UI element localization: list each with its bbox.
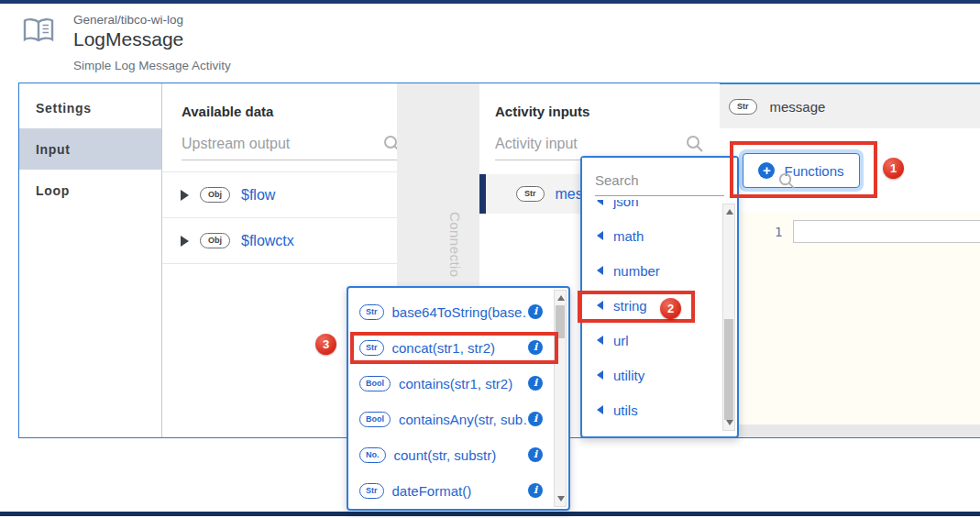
window-top-border bbox=[0, 0, 980, 4]
tree-item-label[interactable]: $flowctx bbox=[241, 233, 294, 249]
upstream-search-input[interactable] bbox=[182, 136, 382, 152]
tab-settings[interactable]: Settings bbox=[19, 87, 161, 128]
category-item-json[interactable]: json bbox=[582, 200, 722, 218]
category-item-utils[interactable]: utils bbox=[582, 392, 722, 427]
collapse-icon bbox=[597, 200, 603, 205]
type-badge: Str bbox=[516, 186, 545, 202]
function-item-base64tostring[interactable]: Str base64ToString(base… i bbox=[348, 294, 568, 330]
type-badge: Obj bbox=[200, 233, 230, 248]
expression-field-name: message bbox=[770, 99, 826, 115]
tab-input[interactable]: Input bbox=[19, 128, 161, 170]
dropdown-search[interactable] bbox=[582, 158, 737, 200]
return-type-badge: Bool bbox=[359, 376, 391, 391]
type-badge: Str bbox=[729, 99, 757, 115]
info-icon[interactable]: i bbox=[528, 376, 543, 391]
info-icon[interactable]: i bbox=[528, 304, 543, 319]
tab-loop-label: Loop bbox=[36, 183, 70, 198]
page-subtitle: Simple Log Message Activity bbox=[73, 59, 231, 72]
page-title: LogMessage bbox=[73, 28, 183, 50]
type-badge: Obj bbox=[200, 187, 230, 203]
return-type-badge: Str bbox=[359, 483, 384, 499]
function-item-contains[interactable]: Bool contains(str1, str2) i bbox=[348, 366, 568, 402]
breadcrumb: General/tibco-wi-log bbox=[73, 13, 183, 27]
upstream-search[interactable] bbox=[182, 134, 402, 160]
collapse-icon bbox=[597, 336, 603, 345]
info-icon[interactable]: i bbox=[528, 340, 543, 355]
annotation-step-3: 3 bbox=[315, 334, 336, 355]
function-item-count[interactable]: No. count(str, substr) i bbox=[348, 437, 568, 473]
activity-input-search-input[interactable] bbox=[495, 136, 685, 152]
return-type-badge: Bool bbox=[359, 412, 391, 427]
function-item-containsany[interactable]: Bool containsAny(str, sub… i bbox=[348, 402, 568, 437]
category-item-utility[interactable]: utility bbox=[582, 358, 722, 392]
selected-item-bar bbox=[479, 174, 486, 214]
functions-list-popup: Str base64ToString(base… i Str concat(st… bbox=[347, 286, 570, 511]
editor-horizontal-scrollbar[interactable] bbox=[720, 424, 980, 437]
category-item-string[interactable]: string bbox=[582, 288, 722, 323]
category-item-number[interactable]: number bbox=[582, 253, 722, 288]
expression-header: Str message bbox=[720, 83, 980, 128]
dropdown-scrollbar[interactable] bbox=[722, 204, 735, 431]
annotation-step-1: 1 bbox=[883, 158, 904, 179]
tree-item-flowctx[interactable]: Obj $flowctx bbox=[162, 217, 397, 263]
scroll-up-icon[interactable] bbox=[726, 209, 733, 215]
dropdown-search-input[interactable] bbox=[595, 172, 777, 188]
collapse-icon bbox=[597, 231, 603, 240]
tree-item-flow[interactable]: Obj $flow bbox=[162, 171, 397, 217]
expression-editor[interactable]: 1 bbox=[720, 213, 980, 424]
tab-loop[interactable]: Loop bbox=[19, 170, 161, 211]
collapse-icon bbox=[597, 301, 603, 310]
window-bottom-border bbox=[0, 512, 980, 516]
scrollbar-thumb[interactable] bbox=[556, 305, 565, 338]
expression-input[interactable] bbox=[793, 220, 980, 243]
popup-scrollbar[interactable] bbox=[554, 290, 567, 507]
info-icon[interactable]: i bbox=[528, 483, 543, 498]
return-type-badge: Str bbox=[359, 304, 384, 320]
search-icon bbox=[685, 134, 704, 153]
collapse-icon bbox=[597, 370, 603, 380]
expander-icon[interactable] bbox=[181, 190, 189, 201]
info-icon[interactable]: i bbox=[528, 412, 543, 426]
category-list: json math number string url utility util… bbox=[582, 200, 722, 435]
return-type-badge: No. bbox=[359, 447, 386, 463]
info-icon[interactable]: i bbox=[528, 447, 543, 462]
line-number: 1 bbox=[775, 225, 782, 239]
category-item-url[interactable]: url bbox=[582, 323, 722, 358]
expander-icon[interactable] bbox=[181, 236, 189, 247]
collapse-icon bbox=[597, 266, 603, 275]
scrollbar-thumb[interactable] bbox=[724, 319, 733, 420]
activity-book-icon bbox=[22, 17, 55, 44]
return-type-badge: Str bbox=[359, 340, 384, 356]
activity-inputs-title: Activity inputs bbox=[495, 104, 589, 119]
function-item-concat[interactable]: Str concat(str1, str2) i bbox=[348, 330, 568, 366]
tab-settings-label: Settings bbox=[36, 101, 92, 116]
function-item-dateformat[interactable]: Str dateFormat() i bbox=[348, 473, 568, 509]
scroll-up-icon[interactable] bbox=[557, 295, 565, 301]
available-data-title: Available data bbox=[182, 104, 273, 119]
annotation-step-2: 2 bbox=[660, 298, 681, 319]
connections-divider-label: Connectio bbox=[447, 212, 463, 278]
scroll-down-icon[interactable] bbox=[557, 496, 565, 501]
category-item-math[interactable]: math bbox=[582, 218, 722, 253]
scroll-down-icon[interactable] bbox=[726, 420, 733, 425]
tree-item-label[interactable]: $flow bbox=[241, 187, 275, 204]
available-data-tree: Obj $flow Obj $flowctx bbox=[162, 171, 397, 264]
tab-input-label: Input bbox=[36, 142, 71, 157]
function-category-dropdown: json math number string url utility util… bbox=[580, 156, 739, 438]
search-icon bbox=[777, 171, 796, 190]
collapse-icon bbox=[597, 405, 603, 414]
